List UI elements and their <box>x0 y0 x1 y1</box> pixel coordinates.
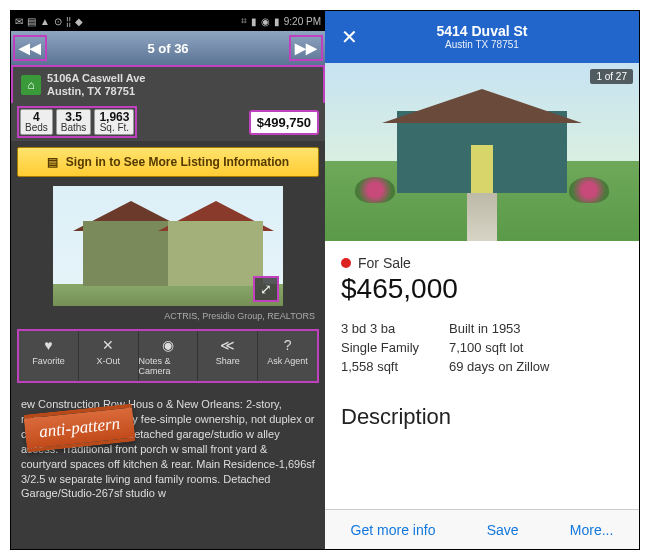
bottom-tab-bar: Get more info Save More... <box>325 509 639 549</box>
mail-icon: ✉ <box>15 16 23 27</box>
tag-icon: ◆ <box>75 16 83 27</box>
chat-icon: ▤ <box>27 16 36 27</box>
photo-credit: ACTRIS, Presidio Group, REALTORS <box>11 309 325 323</box>
favorite-button[interactable]: ♥ Favorite <box>19 331 79 381</box>
fact-lot: 7,100 sqft lot <box>449 340 549 355</box>
next-button[interactable]: ▶▶ <box>289 35 323 61</box>
stats-row: 4Beds 3.5Baths 1,963Sq. Ft. $499,750 <box>11 103 325 141</box>
nav-bar: ✕ 5414 Duval St Austin TX 78751 <box>325 11 639 63</box>
baths-stat: 3.5Baths <box>56 109 92 135</box>
fact-sqft: 1,558 sqft <box>341 359 419 374</box>
facts-grid: 3 bd 3 ba Single Family 1,558 sqft Built… <box>341 321 623 374</box>
description-heading: Description <box>341 404 623 430</box>
android-status-bar: ✉ ▤ ▲ ⊙ ¦¦ ◆ ⌗ ▮ ◉ ▮ 9:20 PM <box>11 11 325 31</box>
left-phone-screenshot: ✉ ▤ ▲ ⊙ ¦¦ ◆ ⌗ ▮ ◉ ▮ 9:20 PM ◀◀ 5 of 36 … <box>11 11 325 549</box>
nav-subaddress: Austin TX 78751 <box>361 39 603 51</box>
heart-icon: ♥ <box>44 336 52 354</box>
status-left-icons: ✉ ▤ ▲ ⊙ ¦¦ ◆ <box>15 16 83 27</box>
price-pill: $499,750 <box>249 110 319 135</box>
listing-photo[interactable]: ⤢ <box>53 186 283 306</box>
question-icon: ? <box>284 336 292 354</box>
x-icon: ✕ <box>102 336 114 354</box>
action-bar: ♥ Favorite ✕ X-Out ◉ Notes & Camera ≪ Sh… <box>17 329 319 383</box>
nav-title: 5414 Duval St Austin TX 78751 <box>361 23 603 52</box>
house-icon: ⌂ <box>21 75 41 95</box>
status-right-icons: ⌗ ▮ ◉ ▮ 9:20 PM <box>241 15 321 27</box>
warning-icon: ▲ <box>40 16 50 27</box>
list-icon: ▤ <box>47 155 58 169</box>
xout-button[interactable]: ✕ X-Out <box>79 331 139 381</box>
signin-text: Sign in to See More Listing Information <box>66 155 289 169</box>
pager-bar: ◀◀ 5 of 36 ▶▶ <box>11 31 325 65</box>
camera-icon: ◉ <box>162 336 174 354</box>
more-button[interactable]: More... <box>570 522 614 538</box>
hero-photo[interactable]: 1 of 27 <box>325 63 639 241</box>
wifi-icon: ◉ <box>261 16 270 27</box>
comparison-frame: ✉ ▤ ▲ ⊙ ¦¦ ◆ ⌗ ▮ ◉ ▮ 9:20 PM ◀◀ 5 of 36 … <box>10 10 640 550</box>
fact-type: Single Family <box>341 340 419 355</box>
price: $465,000 <box>341 273 623 305</box>
share-icon: ≪ <box>220 336 235 354</box>
status-row: For Sale <box>341 255 623 271</box>
sqft-stat: 1,963Sq. Ft. <box>94 109 134 135</box>
clock-text: 9:20 PM <box>284 16 321 27</box>
photo-counter: 1 of 27 <box>590 69 633 84</box>
bluetooth-icon: ⌗ <box>241 15 247 27</box>
fact-bedbath: 3 bd 3 ba <box>341 321 419 336</box>
prev-button[interactable]: ◀◀ <box>13 35 47 61</box>
compass-icon: ⊙ <box>54 16 62 27</box>
address-line1: 5106A Caswell Ave <box>47 72 145 85</box>
address-text: 5106A Caswell Ave Austin, TX 78751 <box>47 72 145 98</box>
listing-body: For Sale $465,000 3 bd 3 ba Single Famil… <box>325 241 639 430</box>
get-more-info-button[interactable]: Get more info <box>351 522 436 538</box>
address-line2: Austin, TX 78751 <box>47 85 145 98</box>
notes-camera-button[interactable]: ◉ Notes & Camera <box>139 331 199 381</box>
signal-icon: ▮ <box>251 16 257 27</box>
pager-position: 5 of 36 <box>147 41 188 56</box>
save-button[interactable]: Save <box>487 522 519 538</box>
address-bar: ⌂ 5106A Caswell Ave Austin, TX 78751 <box>11 65 325 103</box>
nav-address: 5414 Duval St <box>361 23 603 40</box>
beds-stat: 4Beds <box>20 109 53 135</box>
utensils-icon: ¦¦ <box>66 16 71 27</box>
signin-banner[interactable]: ▤ Sign in to See More Listing Informatio… <box>17 147 319 177</box>
status-text: For Sale <box>358 255 411 271</box>
fact-days: 69 days on Zillow <box>449 359 549 374</box>
expand-icon[interactable]: ⤢ <box>253 276 279 302</box>
share-button[interactable]: ≪ Share <box>198 331 258 381</box>
battery-icon: ▮ <box>274 16 280 27</box>
close-button[interactable]: ✕ <box>337 25 361 49</box>
right-phone-screenshot: ✕ 5414 Duval St Austin TX 78751 1 of 27 … <box>325 11 639 549</box>
status-dot-icon <box>341 258 351 268</box>
fact-built: Built in 1953 <box>449 321 549 336</box>
ask-agent-button[interactable]: ? Ask Agent <box>258 331 317 381</box>
